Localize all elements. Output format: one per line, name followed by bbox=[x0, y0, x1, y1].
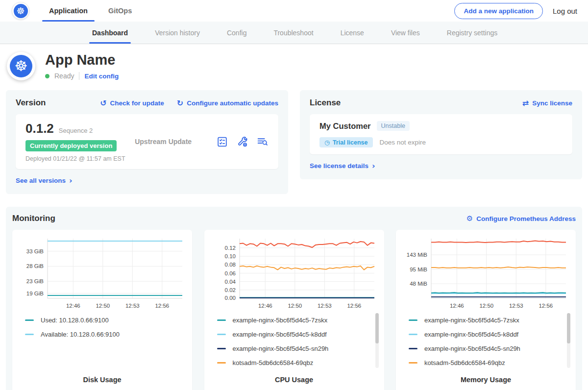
app-sub-nav: Dashboard Version history Config Trouble… bbox=[0, 22, 588, 44]
add-application-button[interactable]: Add a new application bbox=[454, 3, 543, 19]
legend-label: example-nginx-5bc6f5d4c5-7zskx bbox=[424, 317, 519, 324]
svg-text:12:50: 12:50 bbox=[96, 303, 110, 309]
trial-license-badge: ◷ Trial license bbox=[319, 137, 373, 147]
legend-item: kotsadm-5db6dc6584-69qbz bbox=[409, 356, 564, 370]
disk-usage-plot: 33 GiB28 GiB23 GiB19 GiB12:4612:5012:531… bbox=[17, 236, 186, 310]
legend-label: example-nginx-5bc6f5d4c5-7zskx bbox=[233, 317, 328, 324]
svg-text:12:56: 12:56 bbox=[539, 303, 553, 309]
svg-text:12:56: 12:56 bbox=[155, 303, 169, 309]
sync-license-link[interactable]: ⇄ Sync license bbox=[522, 98, 572, 108]
legend-color-dash bbox=[409, 319, 417, 321]
disk-usage-chart-card: 33 GiB28 GiB23 GiB19 GiB12:4612:5012:531… bbox=[12, 230, 192, 390]
page-title: App Name bbox=[45, 52, 119, 68]
svg-text:95 MiB: 95 MiB bbox=[410, 267, 427, 272]
legend-item: example-nginx-5bc6f5d4c5-7zskx bbox=[409, 313, 564, 327]
legend-item: Used: 10.128.0.66:9100 bbox=[25, 313, 180, 327]
channel-badge: Unstable bbox=[377, 121, 410, 131]
legend-scrollbar-thumb[interactable] bbox=[567, 313, 570, 343]
svg-text:12:53: 12:53 bbox=[509, 303, 523, 309]
legend-label: example-nginx-5bc6f5d4c5-sn29h bbox=[424, 345, 520, 352]
chart-legend: example-nginx-5bc6f5d4c5-7zskxexample-ng… bbox=[401, 310, 571, 373]
cpu-usage-chart-card: 0.120.100.080.060.040.020.0012:4612:5012… bbox=[204, 230, 384, 390]
configure-prometheus-link[interactable]: ⚙ Configure Prometheus Address bbox=[466, 214, 576, 223]
legend-color-dash bbox=[217, 334, 226, 335]
legend-color-dash bbox=[217, 348, 226, 349]
license-expiration: Does not expire bbox=[380, 139, 426, 146]
cpu-usage-plot: 0.120.100.080.060.040.020.0012:4612:5012… bbox=[209, 236, 378, 310]
tab-dashboard[interactable]: Dashboard bbox=[92, 22, 128, 44]
legend-label: example-nginx-5bc6f5d4c5-k8ddf bbox=[424, 331, 518, 338]
version-source-label: Upstream Update bbox=[135, 138, 192, 146]
legend-label: kotsadm-5db6dc6584-69qbz bbox=[233, 359, 314, 366]
monitoring-section: Monitoring ⚙ Configure Prometheus Addres… bbox=[6, 207, 582, 390]
deployed-timestamp: Deployed 01/21/22 @ 11:57 am EST bbox=[25, 155, 135, 162]
svg-text:12:53: 12:53 bbox=[317, 303, 331, 309]
tab-license[interactable]: License bbox=[341, 22, 364, 44]
top-tabs: Application GitOps bbox=[49, 0, 132, 22]
check-update-icon: ↺ bbox=[100, 98, 106, 108]
kubernetes-helm-icon: ☸ bbox=[14, 4, 28, 18]
tab-application[interactable]: Application bbox=[49, 0, 88, 22]
chart-title: Disk Usage bbox=[17, 373, 187, 389]
tab-config[interactable]: Config bbox=[227, 22, 246, 44]
edit-config-wrench-icon[interactable] bbox=[236, 136, 248, 148]
tab-troubleshoot[interactable]: Troubleshoot bbox=[273, 22, 313, 44]
svg-text:33 GiB: 33 GiB bbox=[26, 248, 44, 254]
legend-scrollbar-thumb[interactable] bbox=[375, 313, 379, 343]
svg-text:12:46: 12:46 bbox=[258, 303, 272, 309]
legend-color-dash bbox=[217, 319, 226, 321]
legend-item: example-nginx-5bc6f5d4c5-sn29h bbox=[409, 341, 564, 356]
svg-text:12:50: 12:50 bbox=[288, 303, 302, 309]
logout-link[interactable]: Log out bbox=[553, 7, 577, 15]
legend-item: kotsadm-5db6dc6584-69qbz bbox=[217, 356, 372, 370]
top-nav-bar: ☸ Application GitOps Add a new applicati… bbox=[0, 0, 588, 22]
svg-text:0.04: 0.04 bbox=[224, 279, 236, 285]
legend-item: example-nginx-5bc6f5d4c5-sn29h bbox=[217, 341, 372, 356]
app-avatar: ☸ bbox=[7, 52, 35, 80]
see-license-details-link[interactable]: See license details › bbox=[310, 161, 375, 171]
legend-color-dash bbox=[217, 362, 226, 364]
charts-row: 33 GiB28 GiB23 GiB19 GiB12:4612:5012:531… bbox=[12, 230, 576, 390]
configure-automatic-updates-link[interactable]: ↻ Configure automatic updates bbox=[177, 98, 278, 108]
version-card-title: Version bbox=[16, 98, 46, 108]
monitoring-title: Monitoring bbox=[12, 214, 55, 223]
app-header: ☸ App Name Ready Edit config bbox=[0, 44, 588, 87]
chart-legend: example-nginx-5bc6f5d4c5-7zskxexample-ng… bbox=[209, 310, 379, 373]
sync-icon: ⇄ bbox=[522, 98, 529, 108]
legend-item: example-nginx-5bc6f5d4c5-7zskx bbox=[217, 313, 372, 327]
edit-config-link[interactable]: Edit config bbox=[84, 73, 119, 80]
ready-status-dot bbox=[45, 74, 49, 78]
legend-item: example-nginx-5bc6f5d4c5-k8ddf bbox=[217, 327, 372, 341]
preflight-checks-icon[interactable] bbox=[216, 136, 228, 148]
tab-registry-settings[interactable]: Registry settings bbox=[447, 22, 497, 44]
version-sequence: Sequence 2 bbox=[59, 127, 93, 134]
svg-text:0.10: 0.10 bbox=[224, 253, 235, 259]
license-card-title: License bbox=[310, 98, 341, 108]
svg-text:12:46: 12:46 bbox=[450, 303, 464, 309]
legend-color-dash bbox=[409, 362, 417, 364]
see-all-versions-link[interactable]: See all versions › bbox=[16, 176, 73, 185]
svg-text:0.02: 0.02 bbox=[224, 287, 235, 293]
legend-label: example-nginx-5bc6f5d4c5-sn29h bbox=[233, 345, 329, 352]
svg-text:0.00: 0.00 bbox=[224, 295, 235, 301]
tab-view-files[interactable]: View files bbox=[391, 22, 420, 44]
chevron-right-icon: › bbox=[69, 176, 73, 185]
legend-color-dash bbox=[409, 348, 417, 349]
tab-gitops[interactable]: GitOps bbox=[108, 0, 132, 22]
customer-name: My Customer bbox=[319, 122, 371, 131]
license-detail-card: My Customer Unstable ◷ Trial license Doe… bbox=[310, 114, 572, 154]
check-for-update-link[interactable]: ↺ Check for update bbox=[100, 98, 164, 108]
tab-version-history[interactable]: Version history bbox=[155, 22, 200, 44]
svg-text:12:53: 12:53 bbox=[125, 303, 140, 309]
svg-text:19 GiB: 19 GiB bbox=[26, 291, 44, 296]
legend-label: example-nginx-5bc6f5d4c5-k8ddf bbox=[233, 331, 327, 338]
deployed-version-card: 0.1.2 Sequence 2 Currently deployed vers… bbox=[16, 114, 278, 169]
svg-text:12:56: 12:56 bbox=[347, 303, 361, 309]
gear-icon: ⚙ bbox=[466, 214, 473, 223]
kubernetes-logo: ☸ bbox=[12, 2, 29, 20]
view-logs-icon[interactable] bbox=[256, 136, 269, 148]
clock-icon: ◷ bbox=[324, 139, 330, 146]
auto-update-icon: ↻ bbox=[177, 98, 183, 108]
memory-usage-plot: 143 MiB95 MiB48 MiB12:4612:5012:5312:56 bbox=[401, 236, 570, 310]
legend-item: Available: 10.128.0.66:9100 bbox=[25, 327, 180, 341]
